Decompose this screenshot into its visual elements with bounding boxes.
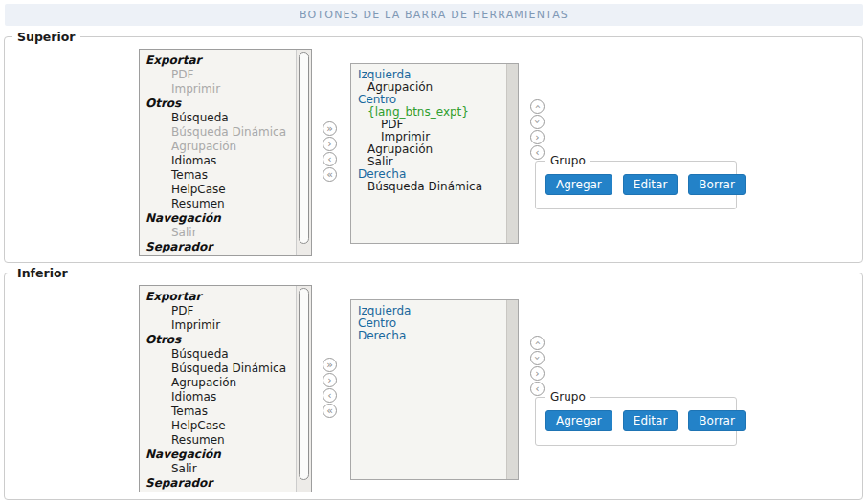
move-left-button[interactable]: ‹ — [323, 388, 337, 403]
list-item: PDF — [140, 68, 295, 82]
chevron-down-icon: › — [532, 356, 543, 360]
list-item[interactable]: Centro — [351, 317, 505, 330]
assigned-list: IzquierdaAgrupaciónCentro{lang_btns_expt… — [351, 69, 505, 193]
list-item[interactable]: Izquierda — [351, 69, 505, 81]
list-item[interactable]: Búsqueda — [140, 347, 295, 361]
borrar-button[interactable]: Borrar — [688, 174, 746, 195]
list-item[interactable]: Salir — [351, 156, 505, 168]
chevron-left-icon: ‹ — [327, 154, 331, 164]
double-chevron-left-icon: « — [326, 405, 333, 416]
scrollbar-thumb[interactable] — [299, 52, 309, 244]
list-item[interactable]: Imprimir — [140, 318, 295, 333]
scrollbar-thumb[interactable] — [299, 288, 309, 480]
move-right-button[interactable]: › — [323, 373, 337, 387]
group-fieldset: Grupo AgregarEditarBorrar — [535, 161, 737, 209]
list-item[interactable]: Separador — [140, 240, 295, 254]
list-item[interactable]: Búsqueda Dinámica — [140, 361, 295, 376]
list-item[interactable]: Temas — [140, 168, 295, 183]
double-chevron-right-icon: » — [326, 360, 333, 370]
move-all-right-button[interactable]: » — [323, 121, 337, 136]
assigned-list: IzquierdaCentroDerecha — [351, 305, 505, 342]
order-buttons: ›››‹ — [530, 99, 545, 160]
move-left-button[interactable]: ‹ — [323, 152, 337, 166]
list-item[interactable]: Derecha — [351, 330, 505, 342]
scrollbar[interactable] — [296, 50, 311, 255]
chevron-up-icon: › — [532, 340, 543, 344]
list-item[interactable]: Separador — [140, 476, 295, 491]
indent-left-button[interactable]: ‹ — [530, 145, 545, 160]
move-up-button[interactable]: › — [530, 336, 545, 350]
list-item[interactable]: Salir — [140, 462, 295, 476]
list-item[interactable]: Izquierda — [351, 305, 505, 317]
available-list: ExportarPDFImprimirOtrosBúsquedaBúsqueda… — [140, 54, 295, 254]
list-item[interactable]: PDF — [351, 119, 505, 131]
list-item[interactable]: Exportar — [140, 54, 295, 68]
list-item[interactable]: Imprimir — [351, 131, 505, 143]
move-right-button[interactable]: › — [323, 137, 337, 151]
indent-right-button[interactable]: › — [530, 130, 545, 144]
move-down-button[interactable]: › — [530, 115, 545, 129]
borrar-button[interactable]: Borrar — [688, 410, 746, 431]
group-legend: Grupo — [545, 154, 590, 168]
editar-button[interactable]: Editar — [623, 174, 679, 195]
list-item[interactable]: Derecha — [351, 168, 505, 181]
header-bar: BOTONES DE LA BARRA DE HERRAMIENTAS — [5, 4, 863, 26]
available-listbox[interactable]: ExportarPDFImprimirOtrosBúsquedaBúsqueda… — [139, 49, 312, 256]
chevron-right-icon: › — [327, 139, 331, 149]
editar-button[interactable]: Editar — [623, 410, 679, 431]
list-item[interactable]: Agrupación — [351, 143, 505, 156]
list-item[interactable]: Exportar — [140, 290, 295, 304]
agregar-button[interactable]: Agregar — [545, 174, 612, 195]
assigned-listbox[interactable]: IzquierdaCentroDerecha — [350, 299, 519, 480]
group-legend: Grupo — [545, 390, 590, 405]
list-item[interactable]: Navegación — [140, 448, 295, 462]
list-item[interactable]: Agrupación — [351, 81, 505, 94]
scrollbar-track — [506, 64, 518, 243]
list-item[interactable]: Idiomas — [140, 154, 295, 168]
chevron-right-icon: › — [327, 375, 331, 385]
chevron-left-icon: ‹ — [327, 390, 331, 401]
list-item[interactable]: HelpCase — [140, 419, 295, 433]
scrollbar[interactable] — [296, 286, 311, 492]
list-item[interactable]: Otros — [140, 333, 295, 347]
available-listbox[interactable]: ExportarPDFImprimirOtrosBúsquedaBúsqueda… — [139, 285, 312, 492]
section-superior: Superior ExportarPDFImprimirOtrosBúsqued… — [4, 36, 863, 263]
section-inferior: Inferior ExportarPDFImprimirOtrosBúsqued… — [4, 273, 863, 500]
assigned-listbox[interactable]: IzquierdaAgrupaciónCentro{lang_btns_expt… — [350, 63, 519, 244]
list-item[interactable]: Temas — [140, 405, 295, 419]
indent-left-button[interactable]: ‹ — [530, 382, 545, 396]
section-legend: Superior — [12, 30, 80, 44]
chevron-up-icon: › — [532, 104, 543, 108]
double-chevron-left-icon: « — [326, 169, 333, 180]
move-all-left-button[interactable]: « — [323, 404, 337, 418]
section-legend: Inferior — [12, 266, 73, 280]
list-item[interactable]: Otros — [140, 97, 295, 111]
list-item[interactable]: Agrupación — [140, 376, 295, 390]
list-item[interactable]: {lang_btns_expt} — [351, 106, 505, 119]
list-item[interactable]: Búsqueda Dinámica — [351, 181, 505, 193]
move-down-button[interactable]: › — [530, 351, 545, 365]
list-item[interactable]: Navegación — [140, 211, 295, 226]
transfer-buttons: »›‹« — [323, 121, 337, 182]
group-fieldset: Grupo AgregarEditarBorrar — [535, 397, 737, 446]
list-item[interactable]: Resumen — [140, 433, 295, 448]
list-item[interactable]: Idiomas — [140, 390, 295, 405]
chevron-left-icon: ‹ — [535, 383, 539, 394]
agregar-button[interactable]: Agregar — [545, 410, 612, 431]
chevron-down-icon: › — [532, 120, 543, 123]
order-buttons: ›››‹ — [530, 336, 545, 396]
move-all-right-button[interactable]: » — [323, 358, 337, 372]
page-title: BOTONES DE LA BARRA DE HERRAMIENTAS — [300, 9, 568, 21]
double-chevron-right-icon: » — [326, 123, 333, 134]
list-item[interactable]: Resumen — [140, 197, 295, 211]
list-item[interactable]: PDF — [140, 304, 295, 318]
transfer-buttons: »›‹« — [323, 358, 337, 418]
group-buttons: AgregarEditarBorrar — [545, 410, 746, 431]
move-all-left-button[interactable]: « — [323, 167, 337, 182]
list-item: Salir — [140, 226, 295, 240]
list-item[interactable]: Centro — [351, 94, 505, 106]
indent-right-button[interactable]: › — [530, 366, 545, 381]
move-up-button[interactable]: › — [530, 99, 545, 114]
list-item[interactable]: HelpCase — [140, 183, 295, 197]
list-item[interactable]: Búsqueda — [140, 111, 295, 125]
